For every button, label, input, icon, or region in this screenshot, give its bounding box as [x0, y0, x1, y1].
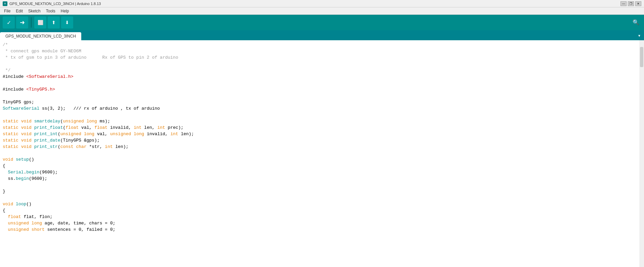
menu-sketch[interactable]: Sketch	[26, 8, 43, 14]
title-bar: A GPS_MODUE_NEXTION_LCD_3INCH | Arduino …	[0, 0, 644, 7]
close-button[interactable]: ✕	[635, 1, 641, 6]
menu-edit[interactable]: Edit	[13, 8, 26, 14]
editor-scrollbar[interactable]	[639, 40, 644, 267]
window-controls: — ❐ ✕	[620, 1, 641, 6]
menu-tools[interactable]: Tools	[43, 8, 58, 14]
verify-button[interactable]: ✓	[3, 16, 15, 29]
scrollbar-thumb[interactable]	[640, 47, 643, 67]
tab-bar: GPS_MODUE_NEXTION_LCD_3INCH ▼	[0, 30, 644, 40]
open-button[interactable]: ⬆	[48, 16, 60, 29]
save-button[interactable]: ⬇	[61, 16, 73, 29]
menu-file[interactable]: File	[1, 8, 13, 14]
minimize-button[interactable]: —	[620, 1, 627, 6]
tab-dropdown-button[interactable]: ▼	[636, 32, 643, 39]
new-button[interactable]: ⬜	[34, 16, 46, 29]
title-text: GPS_MODUE_NEXTION_LCD_3INCH | Arduino 1.…	[9, 2, 101, 6]
app-icon: A	[3, 1, 7, 6]
restore-button[interactable]: ❐	[628, 1, 634, 6]
upload-button[interactable]: ➜	[16, 16, 28, 29]
code-editor[interactable]: /* * connect gps module GY-NEO6M * tx of…	[0, 40, 639, 267]
toolbar-separator-1	[31, 17, 32, 28]
tab-main[interactable]: GPS_MODUE_NEXTION_LCD_3INCH	[0, 32, 81, 40]
menu-bar: File Edit Sketch Tools Help	[0, 7, 644, 15]
menu-help[interactable]: Help	[58, 8, 72, 14]
tab-label: GPS_MODUE_NEXTION_LCD_3INCH	[5, 34, 76, 39]
title-left: A GPS_MODUE_NEXTION_LCD_3INCH | Arduino …	[3, 1, 101, 6]
search-button[interactable]: 🔍	[631, 17, 641, 28]
editor-container: /* * connect gps module GY-NEO6M * tx of…	[0, 40, 644, 267]
toolbar: ✓ ➜ ⬜ ⬆ ⬇ 🔍	[0, 15, 644, 30]
